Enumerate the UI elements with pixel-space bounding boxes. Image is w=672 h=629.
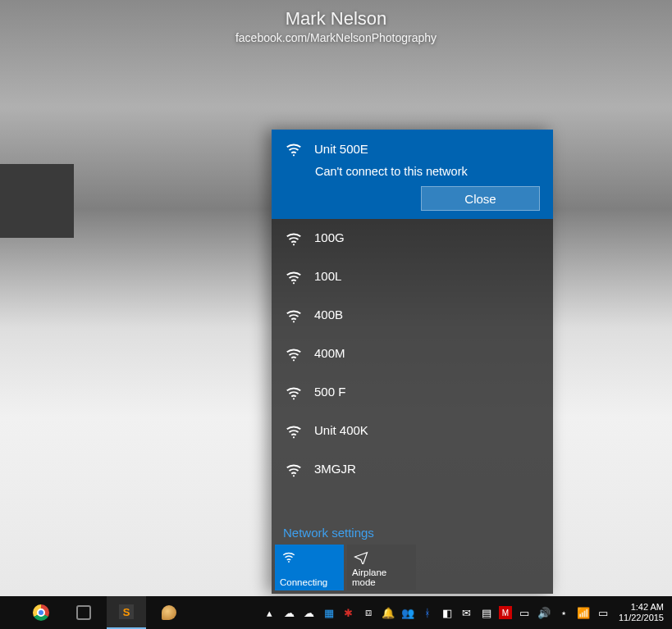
network-item[interactable]: 100L bbox=[272, 258, 553, 296]
wifi-icon bbox=[281, 549, 296, 567]
network-settings-link[interactable]: Network settings bbox=[272, 517, 553, 545]
system-tray: ▴ ☁ ☁ ▦ ✱ ⧈ 🔔 👥 ᚼ ◧ ✉ ▤ M ▭ 🔊 ⋆ 📶 ▭ 1:42… bbox=[263, 602, 672, 623]
wifi-tile[interactable]: Connecting bbox=[275, 545, 344, 590]
svg-point-0 bbox=[293, 154, 295, 156]
network-flyout: Unit 500E Can't connect to this network … bbox=[272, 130, 553, 594]
svg-point-1 bbox=[293, 244, 295, 245]
clock-time: 1:42 AM bbox=[619, 602, 664, 613]
close-button[interactable]: Close bbox=[421, 186, 540, 211]
network-ssid: 400M bbox=[314, 344, 345, 362]
close-button-label: Close bbox=[464, 192, 496, 206]
paint-icon bbox=[162, 605, 176, 620]
network-ssid: 400B bbox=[314, 306, 343, 324]
taskbar: S ▴ ☁ ☁ ▦ ✱ ⧈ 🔔 👥 ᚼ ◧ ✉ ▤ M ▭ 🔊 ⋆ 📶 ▭ 1:… bbox=[0, 596, 672, 629]
taskbar-apps: S bbox=[0, 596, 189, 629]
lastpass-icon[interactable]: ✱ bbox=[341, 605, 356, 620]
svg-point-7 bbox=[293, 475, 295, 476]
volume-icon[interactable]: 🔊 bbox=[537, 605, 551, 620]
wallpaper-credit-name: Mark Nelson bbox=[235, 8, 437, 30]
notifications-bell-icon[interactable]: 🔔 bbox=[381, 605, 395, 620]
task-manager-icon[interactable]: ▤ bbox=[479, 605, 494, 620]
intel-graphics-icon[interactable]: ▦ bbox=[322, 605, 336, 620]
quick-action-tiles: Connecting Airplane mode bbox=[272, 545, 553, 594]
taskbar-app-chrome[interactable] bbox=[21, 596, 61, 629]
chrome-icon bbox=[33, 604, 49, 621]
network-item[interactable]: 3MGJR bbox=[272, 450, 553, 489]
network-item[interactable]: 100G bbox=[272, 219, 553, 258]
battery-icon[interactable]: ▭ bbox=[517, 605, 532, 620]
sublime-icon: S bbox=[119, 604, 134, 619]
wifi-icon bbox=[285, 461, 303, 479]
wifi-icon bbox=[285, 230, 303, 248]
svg-point-8 bbox=[288, 561, 290, 563]
network-ssid: Unit 400K bbox=[314, 422, 368, 440]
airplane-icon bbox=[354, 549, 368, 567]
wallpaper-scenery bbox=[0, 164, 74, 238]
bluetooth-icon[interactable]: ᚼ bbox=[420, 605, 435, 620]
wifi-tile-label: Connecting bbox=[280, 577, 341, 587]
clock-date: 11/22/2015 bbox=[619, 613, 664, 623]
network-item[interactable]: 400M bbox=[272, 335, 553, 373]
action-center-icon[interactable]: ▭ bbox=[596, 605, 610, 620]
network-item[interactable]: 400B bbox=[272, 296, 553, 335]
network-list: Unit 500E Can't connect to this network … bbox=[272, 130, 553, 517]
network-item-selected[interactable]: Unit 500E Can't connect to this network … bbox=[272, 130, 553, 219]
airplane-mode-tile[interactable]: Airplane mode bbox=[347, 545, 416, 590]
network-item[interactable]: Unit 400K bbox=[272, 412, 553, 450]
windows-update-icon[interactable]: ◧ bbox=[440, 605, 455, 620]
wifi-icon bbox=[285, 384, 303, 402]
taskbar-app-sublime[interactable]: S bbox=[107, 596, 146, 629]
network-error-message: Can't connect to this network bbox=[315, 165, 540, 178]
svg-point-6 bbox=[293, 436, 295, 438]
mail-icon[interactable]: ✉ bbox=[459, 605, 474, 620]
wifi-icon bbox=[285, 345, 303, 363]
network-settings-label: Network settings bbox=[283, 526, 374, 540]
wifi-icon bbox=[285, 307, 303, 325]
network-ssid: 100L bbox=[314, 267, 341, 285]
taskbar-clock[interactable]: 1:42 AM 11/22/2015 bbox=[619, 602, 664, 623]
wifi-icon bbox=[285, 268, 303, 286]
svg-point-2 bbox=[293, 282, 295, 284]
taskbar-app-paint[interactable] bbox=[149, 596, 189, 629]
airplane-tile-label: Airplane mode bbox=[352, 567, 413, 587]
svg-point-4 bbox=[293, 359, 295, 361]
onedrive-icon[interactable]: ☁ bbox=[282, 605, 297, 620]
show-hidden-icons[interactable]: ▴ bbox=[263, 605, 277, 620]
network-item[interactable]: 500 F bbox=[272, 373, 553, 412]
network-ssid: 100G bbox=[314, 229, 345, 247]
network-ssid: Unit 500E bbox=[314, 140, 368, 158]
wallpaper-credit: Mark Nelson facebook.com/MarkNelsonPhoto… bbox=[235, 8, 437, 44]
network-ssid: 3MGJR bbox=[314, 460, 356, 478]
wallpaper-credit-subtitle: facebook.com/MarkNelsonPhotography bbox=[235, 31, 437, 44]
svg-point-3 bbox=[293, 321, 295, 322]
svg-point-5 bbox=[293, 398, 295, 399]
wifi-tray-icon[interactable]: 📶 bbox=[576, 605, 591, 620]
people-icon[interactable]: 👥 bbox=[400, 605, 415, 620]
dropbox-icon[interactable]: ⧈ bbox=[361, 605, 376, 620]
wifi-icon bbox=[285, 422, 303, 440]
wifi-icon bbox=[285, 140, 303, 158]
taskbar-app-settings[interactable] bbox=[64, 596, 103, 629]
gear-icon bbox=[76, 605, 91, 620]
network-ssid: 500 F bbox=[314, 383, 345, 401]
onedrive-personal-icon[interactable]: ☁ bbox=[302, 605, 317, 620]
mcafee-icon[interactable]: M bbox=[499, 606, 512, 619]
network-status-icon[interactable]: ⋆ bbox=[556, 605, 571, 620]
